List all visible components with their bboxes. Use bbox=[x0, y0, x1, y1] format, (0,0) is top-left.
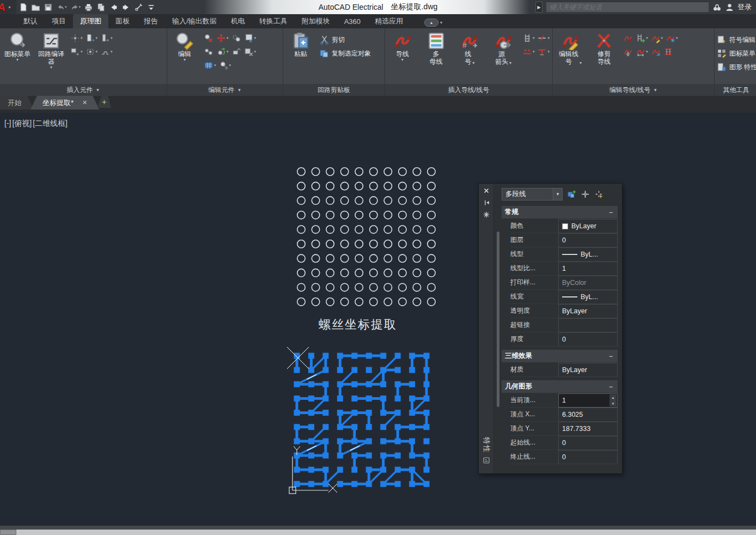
horizontal-scrollbar[interactable] bbox=[0, 530, 756, 535]
chevron-down-icon[interactable]: ▼ bbox=[553, 189, 562, 200]
collapse-icon[interactable]: − bbox=[607, 353, 614, 359]
chevron-down-icon[interactable]: ▾ bbox=[50, 65, 52, 70]
ribbon-tab-附加模块[interactable]: 附加模块 bbox=[295, 14, 337, 28]
viewport-control-menu[interactable]: [-] bbox=[4, 119, 11, 129]
wire-delete-button[interactable] bbox=[623, 33, 633, 44]
chevron-down-icon[interactable]: ▾ bbox=[254, 36, 257, 40]
property-value[interactable]: ByLayer bbox=[558, 363, 618, 377]
ribbon-tab-机电[interactable]: 机电 bbox=[224, 14, 252, 28]
wire-red-dot-button[interactable]: ▾ bbox=[522, 46, 535, 57]
insert-box-button[interactable]: ▾ bbox=[85, 46, 99, 57]
insert-panel-a-button[interactable]: ▾ bbox=[85, 33, 99, 44]
spinner-up-icon[interactable]: ▲ bbox=[612, 396, 615, 399]
copy-dashed-button[interactable] bbox=[231, 33, 242, 44]
property-value[interactable]: ByL... bbox=[558, 290, 618, 304]
section-header[interactable]: 常规− bbox=[502, 206, 618, 218]
palette-title-strip[interactable]: 特性 bbox=[479, 184, 494, 473]
property-value[interactable]: 0 bbox=[558, 450, 618, 464]
button-图标菜单[interactable]: 图标菜单 bbox=[717, 48, 756, 58]
nav-forward-button[interactable] bbox=[120, 1, 132, 13]
selected-polyline[interactable] bbox=[294, 353, 430, 487]
chevron-down-icon[interactable]: ▾ bbox=[81, 36, 83, 40]
chevron-down-icon[interactable]: ▾ bbox=[547, 50, 550, 54]
tag-circle-button[interactable]: ▾ bbox=[218, 60, 232, 71]
swap-green-button[interactable]: ▾ bbox=[216, 46, 229, 57]
chevron-down-icon[interactable]: ▾ bbox=[472, 61, 474, 65]
section-header[interactable]: 三维效果− bbox=[502, 350, 618, 362]
insert-multi-button[interactable]: ▾ bbox=[70, 33, 83, 44]
button-剪切[interactable]: 剪切 bbox=[319, 35, 371, 45]
chevron-down-icon[interactable]: ▾ bbox=[676, 36, 678, 40]
viewport-visual-style-control[interactable]: [二维线框] bbox=[33, 119, 68, 129]
insert-panel-b-button[interactable]: ▾ bbox=[100, 33, 113, 44]
chevron-down-icon[interactable]: ▾ bbox=[533, 36, 535, 40]
button-粘贴[interactable]: 粘贴 bbox=[285, 31, 316, 58]
nav-back-button[interactable] bbox=[108, 1, 119, 13]
chevron-down-icon[interactable]: ▾ bbox=[79, 5, 81, 9]
wire-blue-box-button[interactable]: ▾ bbox=[665, 33, 679, 44]
button-复制选定对象[interactable]: 复制选定对象 bbox=[319, 48, 371, 58]
move-component-button[interactable]: ▾ bbox=[216, 33, 229, 44]
qat-customize-button[interactable] bbox=[145, 1, 157, 13]
chevron-down-icon[interactable]: ▾ bbox=[96, 50, 98, 54]
redo-button[interactable]: ▾ bbox=[69, 1, 82, 13]
chevron-down-icon[interactable]: ▾ bbox=[111, 36, 113, 40]
chevron-down-icon[interactable]: ▾ bbox=[509, 61, 511, 65]
delete-component-button[interactable] bbox=[203, 33, 214, 44]
sign-in-button[interactable]: 登录 bbox=[737, 2, 752, 12]
button-修剪导线[interactable]: 修剪 导线 bbox=[589, 31, 619, 65]
scrollbar-thumb[interactable] bbox=[0, 530, 16, 535]
chevron-down-icon[interactable]: ▾ bbox=[401, 58, 404, 62]
collapse-icon[interactable]: − bbox=[607, 384, 614, 390]
ladder-button[interactable]: ▾ bbox=[522, 33, 535, 44]
property-value[interactable]: 6.3025 bbox=[558, 408, 618, 422]
table-blue-button[interactable]: ▾ bbox=[203, 60, 217, 71]
electrical-tool-button[interactable] bbox=[133, 1, 144, 13]
spinner-control[interactable]: ▲▼ bbox=[609, 394, 617, 406]
property-value[interactable]: 187.7333 bbox=[558, 422, 618, 436]
palette-scrollbar[interactable] bbox=[497, 232, 499, 407]
property-value[interactable]: ByLayer bbox=[558, 304, 618, 318]
panel-label-编辑导线/线号[interactable]: 编辑导线/线号▼ bbox=[553, 84, 714, 96]
chevron-down-icon[interactable]: ▾ bbox=[65, 5, 67, 9]
new-tab-button[interactable]: + bbox=[97, 96, 111, 108]
chevron-down-icon[interactable]: ▾ bbox=[184, 58, 186, 62]
button-导线[interactable]: 导线▾ bbox=[387, 31, 418, 62]
close-icon[interactable] bbox=[483, 187, 490, 194]
button-图标菜单[interactable]: 图标菜单▾ bbox=[2, 31, 33, 62]
chain-button[interactable] bbox=[203, 46, 214, 57]
plot-button[interactable] bbox=[83, 1, 94, 13]
collapse-icon[interactable]: − bbox=[607, 209, 614, 215]
chevron-down-icon[interactable]: ▾ bbox=[227, 36, 229, 40]
wire-stretch-button[interactable]: ▾ bbox=[635, 46, 649, 57]
chevron-down-icon[interactable]: ▾ bbox=[81, 50, 83, 54]
chevron-down-icon[interactable]: ▾ bbox=[254, 50, 257, 54]
panel-blue-button[interactable]: ▾ bbox=[243, 33, 257, 44]
chevron-down-icon[interactable]: ▾ bbox=[646, 50, 648, 54]
property-value[interactable]: ByL... bbox=[558, 247, 618, 262]
wire-triangle-button[interactable] bbox=[650, 46, 661, 57]
object-type-select[interactable]: 多段线 ▼ bbox=[502, 188, 563, 200]
ribbon-tab-精选应用[interactable]: 精选应用 bbox=[368, 14, 410, 28]
spinner-down-icon[interactable]: ▼ bbox=[612, 402, 615, 405]
screw-circle-grid[interactable] bbox=[297, 168, 435, 306]
ribbon-tab-转换工具[interactable]: 转换工具 bbox=[252, 14, 295, 28]
panel-label-插入导线/线号[interactable]: 插入导线/线号 bbox=[385, 84, 552, 96]
panel-label-其他工具[interactable]: 其他工具 bbox=[715, 84, 756, 96]
quick-select-icon[interactable] bbox=[594, 190, 603, 199]
chevron-down-icon[interactable]: ▾ bbox=[547, 36, 550, 40]
chevron-down-icon[interactable]: ▾ bbox=[646, 36, 648, 40]
hook-box-button[interactable] bbox=[231, 46, 242, 57]
chevron-down-icon[interactable]: ▾ bbox=[229, 63, 231, 68]
wire-move-button[interactable] bbox=[623, 46, 633, 57]
copy-doc-button[interactable] bbox=[95, 1, 107, 13]
save-button[interactable] bbox=[42, 1, 54, 13]
toggle-pickadd-icon[interactable] bbox=[567, 190, 576, 199]
new-file-button[interactable] bbox=[17, 1, 29, 13]
open-folder-button[interactable] bbox=[30, 1, 41, 13]
ribbon-collapse-button[interactable]: ▲▾ bbox=[424, 19, 442, 27]
panel-flyout-icon[interactable]: ▼ bbox=[96, 88, 100, 93]
panel-flyout-icon[interactable]: ▼ bbox=[237, 88, 242, 93]
undo-button[interactable]: ▾ bbox=[55, 1, 68, 13]
chevron-down-icon[interactable]: ▾ bbox=[16, 58, 19, 62]
